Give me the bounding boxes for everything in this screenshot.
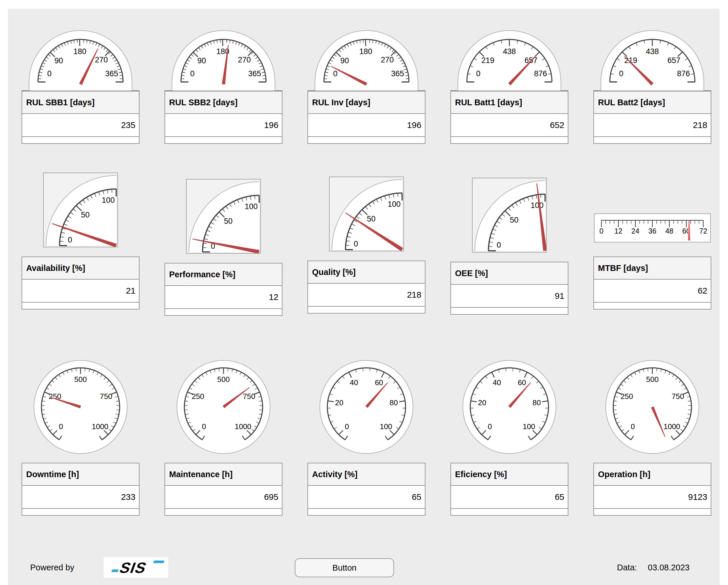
svg-text:50: 50: [510, 216, 518, 224]
svg-text:0: 0: [488, 422, 492, 431]
performance-panel: Performance [%] 12: [164, 263, 283, 316]
performance-strip: [165, 309, 282, 315]
rul-inv-dial: 090180270365: [313, 24, 420, 90]
operation-value: 9123: [594, 486, 711, 509]
activity-panel: Activity [%] 65: [308, 463, 425, 516]
svg-text:100: 100: [531, 201, 544, 210]
svg-text:100: 100: [245, 202, 258, 211]
svg-text:80: 80: [389, 398, 398, 407]
svg-text:100: 100: [523, 422, 535, 431]
svg-text:1000: 1000: [234, 422, 251, 431]
gauge-group-rul-sbb1: 090180270365 RUL SBB1 [days] 235: [22, 24, 139, 144]
svg-text:50: 50: [367, 215, 375, 223]
gauge-group-rul-inv: 090180270365 RUL Inv [days] 196: [308, 24, 425, 144]
svg-text:180: 180: [359, 47, 372, 56]
svg-text:219: 219: [481, 56, 494, 65]
svg-text:270: 270: [238, 55, 251, 64]
svg-text:500: 500: [646, 375, 658, 384]
svg-text:876: 876: [677, 69, 690, 78]
svg-text:0: 0: [599, 227, 603, 235]
row-kpi-gauges: 050100 Availability [%] 21 050100 Perfor…: [22, 172, 711, 316]
svg-text:250: 250: [620, 392, 633, 401]
activity-label: Activity [%]: [308, 463, 425, 486]
availability-value: 21: [22, 280, 139, 302]
rul-sbb2-value: 196: [165, 114, 282, 137]
rul-sbb2-strip: [165, 137, 282, 143]
sis-logo: SIS: [104, 557, 168, 578]
svg-text:20: 20: [478, 398, 486, 407]
gauge-group-operation: 02505007501000 Operation [h] 9123: [593, 359, 711, 516]
rul-sbb1-panel: RUL SBB1 [days] 235: [22, 90, 139, 144]
svg-text:24: 24: [631, 227, 640, 235]
downtime-label: Downtime [h]: [22, 463, 139, 486]
mtbf-dial: 0122436486072: [594, 213, 711, 242]
dashboard-content: 090180270365 RUL SBB1 [days] 235 0901802…: [22, 9, 711, 584]
svg-text:0: 0: [630, 422, 634, 431]
data-date-value: 03.08.2023: [648, 563, 690, 573]
rul-sbb2-panel: RUL SBB2 [days] 196: [164, 90, 283, 144]
svg-text:60: 60: [375, 378, 383, 387]
rul-inv-strip: [308, 137, 425, 143]
svg-text:365: 365: [105, 69, 118, 78]
rul-batt2-panel: RUL Batt2 [days] 218: [593, 90, 711, 144]
row-hours-gauges: 02505007501000 Downtime [h] 233 02505007…: [22, 359, 711, 516]
maintenance-panel: Maintenance [h] 695: [164, 463, 283, 516]
svg-text:50: 50: [224, 217, 232, 225]
svg-text:48: 48: [665, 227, 673, 235]
rul-batt2-label: RUL Batt2 [days]: [594, 91, 711, 114]
gauge-group-rul-sbb2: 090180270365 RUL SBB2 [days] 196: [164, 24, 283, 144]
rul-batt2-strip: [594, 137, 711, 143]
quality-strip: [308, 307, 425, 313]
rul-inv-label: RUL Inv [days]: [308, 91, 425, 114]
quality-value: 218: [308, 284, 425, 307]
operation-strip: [594, 509, 711, 515]
maintenance-dial: 02505007501000: [176, 359, 272, 455]
rul-sbb2-label: RUL SBB2 [days]: [165, 91, 282, 114]
svg-text:0: 0: [190, 69, 194, 78]
eficiency-panel: Eficiency [%] 65: [450, 463, 568, 516]
svg-text:657: 657: [667, 56, 680, 65]
operation-dial: 02505007501000: [604, 359, 701, 455]
rul-sbb1-dial: 090180270365: [27, 24, 134, 90]
svg-text:0: 0: [202, 422, 206, 431]
mtbf-label: MTBF [days]: [594, 257, 711, 280]
action-button[interactable]: Button: [295, 558, 394, 577]
svg-text:365: 365: [391, 69, 404, 78]
svg-text:0: 0: [59, 422, 63, 431]
svg-text:1000: 1000: [663, 422, 680, 431]
svg-text:100: 100: [388, 200, 401, 209]
rul-sbb1-strip: [22, 137, 139, 143]
gauge-group-eficiency: 020406080100 Eficiency [%] 65: [450, 359, 568, 516]
gauge-group-maintenance: 02505007501000 Maintenance [h] 695: [164, 359, 283, 516]
sis-logo-icon: SIS: [104, 558, 168, 577]
downtime-value: 233: [22, 486, 139, 509]
data-date: Data: 03.08.2023: [617, 563, 690, 573]
svg-text:876: 876: [534, 69, 547, 78]
maintenance-value: 695: [165, 486, 282, 509]
gauge-group-downtime: 02505007501000 Downtime [h] 233: [22, 359, 139, 516]
svg-text:500: 500: [217, 375, 230, 384]
svg-text:438: 438: [503, 47, 516, 56]
availability-dial: 050100: [43, 172, 118, 247]
downtime-strip: [22, 509, 139, 515]
svg-text:438: 438: [646, 47, 659, 56]
data-date-label: Data:: [617, 563, 637, 573]
oee-label: OEE [%]: [451, 262, 568, 285]
svg-text:0: 0: [345, 422, 348, 431]
svg-text:0: 0: [333, 69, 337, 78]
svg-text:90: 90: [197, 56, 206, 65]
gauge-group-performance: 050100 Performance [%] 12: [164, 179, 283, 316]
gauge-group-mtbf: 0122436486072 MTBF [days] 62: [593, 172, 711, 310]
svg-text:50: 50: [81, 211, 89, 219]
availability-strip: [22, 302, 139, 309]
rul-inv-panel: RUL Inv [days] 196: [308, 90, 425, 144]
svg-text:0: 0: [68, 236, 72, 244]
eficiency-strip: [451, 509, 568, 515]
performance-dial: 050100: [186, 179, 261, 254]
svg-text:100: 100: [102, 196, 115, 205]
availability-panel: Availability [%] 21: [22, 257, 139, 310]
rul-batt1-strip: [451, 137, 568, 143]
gauge-group-oee: 050100 OEE [%] 91: [450, 178, 568, 315]
eficiency-label: Eficiency [%]: [451, 463, 568, 486]
gauge-group-rul-batt2: 0219438657876 RUL Batt2 [days] 218: [593, 24, 711, 144]
